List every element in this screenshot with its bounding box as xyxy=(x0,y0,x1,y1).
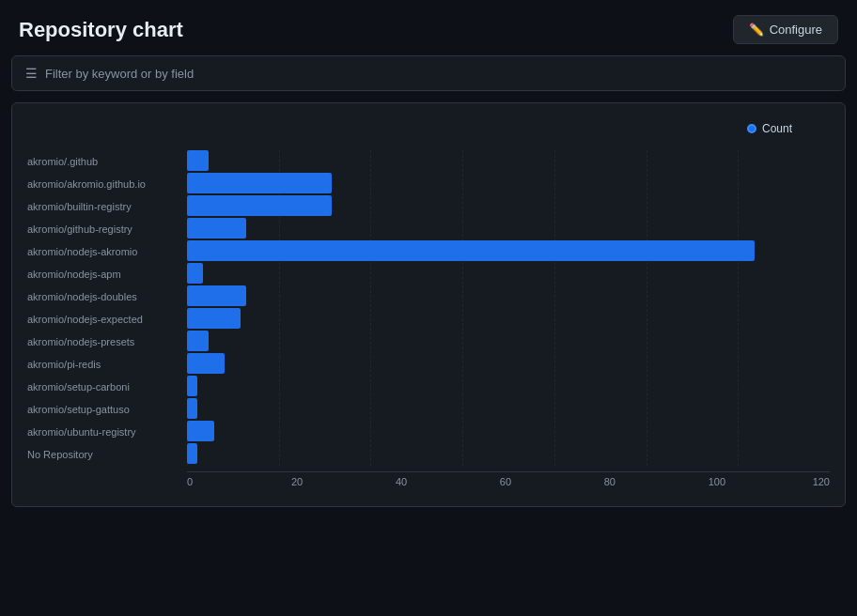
bar xyxy=(187,398,197,419)
x-tick: 40 xyxy=(396,476,500,487)
bar-row xyxy=(187,173,830,193)
y-label: akromio/.github xyxy=(27,150,179,173)
bar-row xyxy=(187,195,830,216)
bars-wrapper xyxy=(187,150,830,466)
legend-dot xyxy=(747,124,756,133)
bar-row xyxy=(187,421,830,441)
y-label: akromio/setup-carboni xyxy=(27,376,179,398)
bar xyxy=(187,240,755,261)
filter-icon: ☰ xyxy=(25,66,38,81)
y-labels: akromio/.githubakromio/akromio.github.io… xyxy=(27,150,179,466)
bar xyxy=(187,195,332,216)
bar xyxy=(187,421,214,441)
chart-legend: Count xyxy=(27,122,830,135)
y-label: akromio/nodejs-apm xyxy=(27,263,179,285)
filter-placeholder: Filter by keyword or by field xyxy=(45,67,194,81)
bar xyxy=(187,353,225,374)
x-axis: 020406080100120 xyxy=(187,471,830,487)
x-tick: 0 xyxy=(187,476,291,487)
page-title: Repository chart xyxy=(19,18,183,42)
x-tick: 60 xyxy=(500,476,604,487)
bar-row xyxy=(187,263,830,284)
bar xyxy=(187,331,209,351)
pencil-icon: ✏️ xyxy=(749,23,764,37)
bar xyxy=(187,308,241,329)
bar xyxy=(187,285,246,306)
y-label: akromio/builtin-registry xyxy=(27,195,179,218)
y-label: akromio/pi-redis xyxy=(27,353,179,376)
configure-label: Configure xyxy=(770,23,822,37)
x-tick: 120 xyxy=(813,476,830,487)
bars-section: akromio/.githubakromio/akromio.github.io… xyxy=(27,150,830,466)
y-label: akromio/github-registry xyxy=(27,218,179,240)
bar-rows xyxy=(187,150,830,464)
bar xyxy=(187,150,209,171)
bar-row xyxy=(187,308,830,329)
bar-row xyxy=(187,218,830,239)
bar-row xyxy=(187,353,830,374)
x-tick: 80 xyxy=(604,476,709,487)
bar xyxy=(187,376,197,396)
y-label: akromio/setup-gattuso xyxy=(27,398,179,421)
bar-row xyxy=(187,376,830,396)
y-label: akromio/nodejs-expected xyxy=(27,308,179,331)
x-tick: 100 xyxy=(709,476,813,487)
filter-bar[interactable]: ☰ Filter by keyword or by field xyxy=(11,55,846,91)
y-label: akromio/nodejs-presets xyxy=(27,331,179,353)
y-label: akromio/akromio.github.io xyxy=(27,173,179,195)
page-header: Repository chart ✏️ Configure xyxy=(0,0,857,55)
y-label: akromio/ubuntu-registry xyxy=(27,421,179,443)
x-tick: 20 xyxy=(291,476,396,487)
y-label: akromio/nodejs-doubles xyxy=(27,285,179,308)
bar-row xyxy=(187,331,830,351)
bar-row xyxy=(187,443,830,464)
bar xyxy=(187,218,246,239)
chart-container: Count akromio/.githubakromio/akromio.git… xyxy=(11,102,846,507)
bar-row xyxy=(187,398,830,419)
bar xyxy=(187,443,197,464)
y-label: No Repository xyxy=(27,443,179,466)
y-label: akromio/nodejs-akromio xyxy=(27,240,179,263)
bar-row xyxy=(187,150,830,171)
configure-button[interactable]: ✏️ Configure xyxy=(733,15,838,44)
bar xyxy=(187,173,332,193)
bar xyxy=(187,263,203,284)
bar-row xyxy=(187,285,830,306)
bar-row xyxy=(187,240,830,261)
chart-area: akromio/.githubakromio/akromio.github.io… xyxy=(27,150,830,487)
legend-label: Count xyxy=(762,122,792,135)
